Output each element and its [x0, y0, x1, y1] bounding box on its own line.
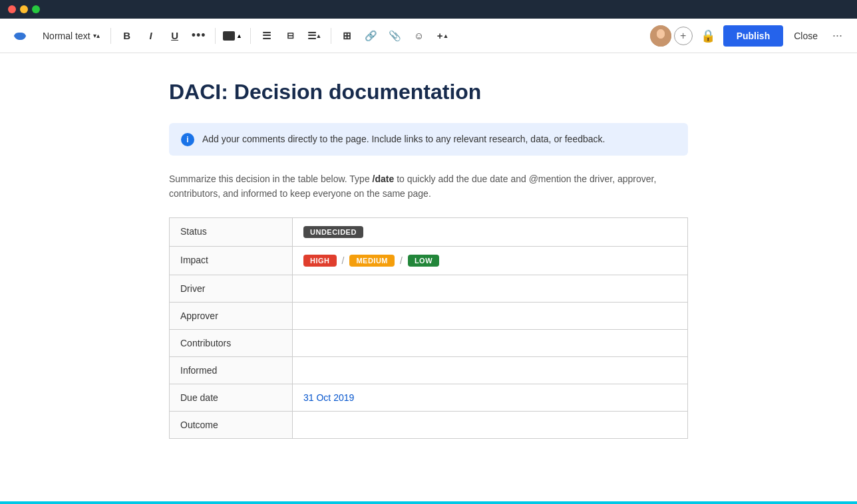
- info-banner: i Add your comments directly to the page…: [169, 123, 688, 156]
- status-badge: UNDECIDED: [303, 226, 363, 238]
- avatar-area: +: [650, 25, 693, 47]
- value-due-date[interactable]: 31 Oct 2019: [293, 384, 688, 411]
- link-button[interactable]: 🔗: [361, 25, 382, 47]
- table-button[interactable]: ⊞: [337, 25, 358, 47]
- badge-medium: MEDIUM: [349, 255, 395, 267]
- table-row-driver: Driver: [170, 275, 688, 302]
- page-title: DACI: Decision documentation: [169, 80, 688, 104]
- separator-2: /: [400, 255, 403, 266]
- underline-button[interactable]: U: [164, 25, 186, 47]
- close-dot[interactable]: [8, 5, 16, 13]
- text-style-label: Normal text: [43, 31, 90, 41]
- label-status: Status: [170, 217, 293, 246]
- fullscreen-dot[interactable]: [32, 5, 40, 13]
- table-row-approver: Approver: [170, 302, 688, 329]
- align-button[interactable]: ☰ ▲: [304, 25, 325, 47]
- italic-button[interactable]: I: [140, 25, 162, 47]
- lock-button[interactable]: 🔒: [698, 26, 718, 46]
- emoji-button[interactable]: ☺: [409, 25, 430, 47]
- daci-table: Status UNDECIDED Impact HIGH / MEDIUM / …: [169, 217, 688, 439]
- table-row-due-date: Due date 31 Oct 2019: [170, 384, 688, 411]
- insert-button[interactable]: + ▲: [432, 25, 454, 47]
- badge-low: LOW: [408, 255, 439, 267]
- align-chevron: ▲: [316, 33, 322, 39]
- due-date-value: 31 Oct 2019: [303, 392, 354, 403]
- label-informed: Informed: [170, 356, 293, 384]
- color-swatch: [223, 31, 235, 41]
- more-format-button[interactable]: •••: [188, 25, 210, 47]
- value-status[interactable]: UNDECIDED: [293, 217, 688, 246]
- label-approver: Approver: [170, 302, 293, 329]
- table-row-outcome: Outcome: [170, 411, 688, 438]
- minimize-dot[interactable]: [20, 5, 28, 13]
- toolbar-divider-1: [110, 28, 111, 44]
- text-style-dropdown[interactable]: Normal text ▾▴: [37, 28, 105, 44]
- label-due-date: Due date: [170, 384, 293, 411]
- table-row-status: Status UNDECIDED: [170, 217, 688, 246]
- label-driver: Driver: [170, 275, 293, 302]
- numbered-list-button[interactable]: ⊟: [280, 25, 301, 47]
- color-picker-button[interactable]: ▲: [221, 25, 245, 47]
- attachment-button[interactable]: 📎: [385, 25, 406, 47]
- add-user-button[interactable]: +: [674, 27, 693, 45]
- toolbar-divider-4: [331, 28, 331, 44]
- toolbar: Normal text ▾▴ B I U ••• ▲ ☰ ⊟ ☰ ▲ ⊞ 🔗 📎…: [0, 19, 857, 53]
- table-row-contributors: Contributors: [170, 329, 688, 356]
- value-outcome[interactable]: [293, 411, 688, 438]
- bullet-list-button[interactable]: ☰: [256, 25, 277, 47]
- badge-high: HIGH: [303, 255, 337, 267]
- value-contributors[interactable]: [293, 329, 688, 356]
- label-impact: Impact: [170, 246, 293, 275]
- value-impact[interactable]: HIGH / MEDIUM / LOW: [293, 246, 688, 275]
- label-outcome: Outcome: [170, 411, 293, 438]
- impact-badges: HIGH / MEDIUM / LOW: [303, 255, 677, 267]
- plus-icon: +: [680, 30, 686, 42]
- avatar[interactable]: [650, 25, 671, 47]
- info-icon: i: [181, 133, 194, 146]
- table-row-informed: Informed: [170, 356, 688, 384]
- main-content: DACI: Decision documentation i Add your …: [129, 53, 728, 465]
- separator-1: /: [342, 255, 345, 266]
- bold-button[interactable]: B: [116, 25, 138, 47]
- table-row-impact: Impact HIGH / MEDIUM / LOW: [170, 246, 688, 275]
- svg-point-3: [657, 29, 665, 39]
- chevron-icon: ▾▴: [93, 32, 100, 39]
- description-text: Summarize this decision in the table bel…: [169, 172, 688, 201]
- toolbar-divider-2: [215, 28, 216, 44]
- info-banner-text: Add your comments directly to the page. …: [202, 132, 605, 146]
- label-contributors: Contributors: [170, 329, 293, 356]
- value-informed[interactable]: [293, 356, 688, 384]
- publish-button[interactable]: Publish: [723, 25, 784, 47]
- toolbar-right: + 🔒 Publish Close ···: [650, 25, 846, 47]
- more-options-button[interactable]: ···: [828, 26, 846, 45]
- color-chevron: ▲: [236, 33, 242, 39]
- title-bar: [0, 0, 857, 19]
- app-logo: [11, 27, 29, 45]
- close-button[interactable]: Close: [788, 25, 823, 47]
- value-driver[interactable]: [293, 275, 688, 302]
- toolbar-divider-3: [250, 28, 251, 44]
- value-approver[interactable]: [293, 302, 688, 329]
